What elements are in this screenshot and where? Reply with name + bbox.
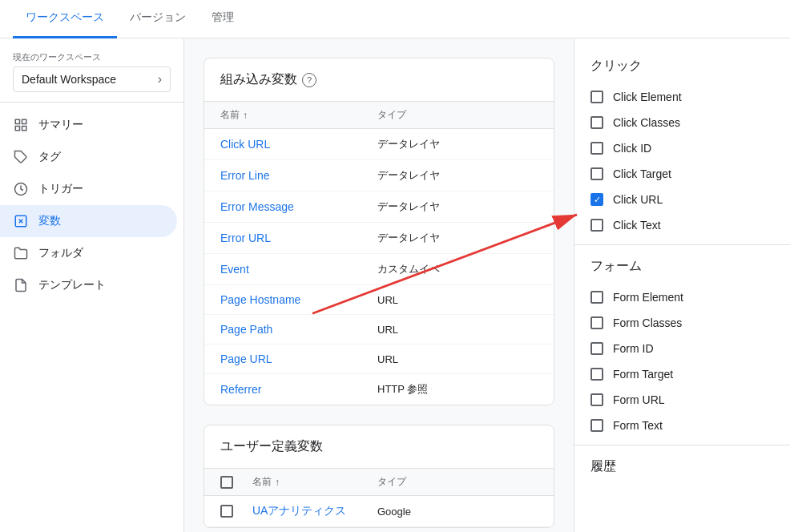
type-column-header: タイプ	[377, 108, 538, 122]
select-all-checkbox[interactable]	[220, 476, 233, 489]
click-section-title: クリック	[574, 51, 790, 84]
workspace-name: Default Workspace	[22, 73, 116, 86]
svg-rect-2	[15, 127, 19, 131]
panel-item-click-text[interactable]: Click Text	[574, 212, 790, 238]
form-element-label: Form Element	[613, 291, 683, 304]
variable-link[interactable]: Page Hostname	[220, 293, 377, 306]
sidebar-item-variables[interactable]: 変数	[0, 205, 177, 237]
top-navigation: ワークスペース バージョン 管理	[0, 0, 790, 38]
sidebar-item-label: トリガー	[38, 182, 83, 196]
panel-item-form-text[interactable]: Form Text	[574, 413, 790, 438]
panel-item-click-id[interactable]: Click ID	[574, 135, 790, 161]
panel-item-form-url[interactable]: Form URL	[574, 387, 790, 413]
variable-link[interactable]: Error Line	[220, 169, 377, 182]
variable-type: データレイヤ	[377, 200, 538, 214]
sidebar-item-label: サマリー	[38, 118, 83, 132]
variable-type: データレイヤ	[377, 137, 538, 151]
svg-rect-3	[22, 127, 26, 131]
click-classes-checkbox[interactable]	[590, 116, 603, 129]
panel-item-form-target[interactable]: Form Target	[574, 361, 790, 387]
tab-workspace[interactable]: ワークスペース	[13, 0, 117, 38]
tab-version[interactable]: バージョン	[117, 0, 199, 38]
form-target-label: Form Target	[613, 368, 673, 381]
variable-type: URL	[377, 353, 538, 365]
variable-link[interactable]: Referrer	[220, 383, 377, 396]
table-row: Page Path URL	[204, 315, 554, 345]
variable-link[interactable]: Page Path	[220, 323, 377, 336]
sidebar-item-tags[interactable]: タグ	[0, 141, 177, 173]
sort-arrow-icon: ↑	[243, 110, 248, 121]
panel-item-form-element[interactable]: Form Element	[574, 284, 790, 310]
variable-type: URL	[377, 324, 538, 336]
help-icon[interactable]: ?	[302, 73, 316, 87]
variable-link[interactable]: UAアナリティクス	[252, 504, 377, 518]
click-text-checkbox[interactable]	[590, 219, 603, 232]
history-section-title: 履歴	[574, 452, 790, 485]
tab-admin[interactable]: 管理	[199, 0, 247, 38]
panel-divider	[574, 244, 790, 245]
click-url-label: Click URL	[613, 193, 663, 206]
form-id-label: Form ID	[613, 342, 654, 355]
table-row: Page Hostname URL	[204, 285, 554, 315]
variable-icon	[13, 213, 29, 229]
user-variables-title: ユーザー定義変数	[220, 438, 323, 455]
variable-type: カスタムイベ	[377, 262, 538, 276]
form-url-checkbox[interactable]	[590, 393, 603, 406]
sidebar-item-triggers[interactable]: トリガー	[0, 173, 177, 205]
form-text-checkbox[interactable]	[590, 419, 603, 432]
panel-item-click-classes[interactable]: Click Classes	[574, 110, 790, 135]
table-row: Referrer HTTP 参照	[204, 374, 554, 405]
sidebar-item-templates[interactable]: テンプレート	[0, 269, 177, 301]
variable-link[interactable]: Error Message	[220, 200, 377, 213]
name-column-header: 名前 ↑	[220, 108, 377, 122]
main-layout: 現在のワークスペース Default Workspace › サマリー タグ ト…	[0, 38, 790, 532]
form-element-checkbox[interactable]	[590, 291, 603, 304]
form-target-checkbox[interactable]	[590, 368, 603, 381]
user-table-header: 名前 ↑ タイプ	[204, 469, 554, 496]
variable-link[interactable]: Click URL	[220, 138, 377, 151]
click-url-checkbox[interactable]	[590, 193, 603, 206]
table-row: UAアナリティクス Google	[204, 496, 554, 527]
type-column-header: タイプ	[377, 475, 538, 489]
workspace-selector[interactable]: Default Workspace ›	[13, 66, 171, 92]
form-classes-label: Form Classes	[613, 316, 682, 329]
table-row: Error Message データレイヤ	[204, 191, 554, 223]
panel-item-click-target[interactable]: Click Target	[574, 161, 790, 187]
content-area: 組み込み変数 ? 名前 ↑ タイプ Click URL データレイヤ Error	[184, 38, 574, 532]
form-url-label: Form URL	[613, 393, 665, 406]
click-element-label: Click Element	[613, 91, 682, 103]
form-text-label: Form Text	[613, 419, 663, 432]
panel-item-form-classes[interactable]: Form Classes	[574, 310, 790, 336]
chevron-right-icon: ›	[158, 72, 162, 87]
sidebar-item-folders[interactable]: フォルダ	[0, 237, 177, 269]
click-id-checkbox[interactable]	[590, 142, 603, 155]
table-row: Event カスタムイベ	[204, 254, 554, 285]
sidebar-item-label: 変数	[38, 214, 61, 228]
panel-item-click-url[interactable]: Click URL	[574, 187, 790, 212]
folder-icon	[13, 245, 29, 261]
click-element-checkbox[interactable]	[590, 91, 603, 103]
right-panel: クリック Click Element Click Classes Click I…	[574, 38, 790, 532]
svg-rect-0	[15, 119, 19, 123]
user-variables-header: ユーザー定義変数	[204, 425, 554, 469]
panel-item-form-id[interactable]: Form ID	[574, 336, 790, 361]
name-column-header: 名前 ↑	[252, 475, 377, 489]
variable-link[interactable]: Error URL	[220, 232, 377, 244]
click-classes-label: Click Classes	[613, 116, 680, 129]
form-id-checkbox[interactable]	[590, 342, 603, 355]
summary-icon	[13, 117, 29, 133]
panel-item-click-element[interactable]: Click Element	[574, 84, 790, 110]
workspace-label: 現在のワークスペース	[13, 51, 171, 63]
svg-rect-1	[22, 119, 26, 123]
variable-link[interactable]: Page URL	[220, 353, 377, 365]
row-checkbox[interactable]	[220, 505, 233, 518]
user-variables-card: ユーザー定義変数 名前 ↑ タイプ UAアナリティクス Google	[204, 425, 554, 528]
click-target-checkbox[interactable]	[590, 167, 603, 180]
variable-link[interactable]: Event	[220, 263, 377, 276]
template-icon	[13, 277, 29, 293]
variable-type: データレイヤ	[377, 168, 538, 183]
checkbox-column-header	[220, 475, 252, 489]
sidebar-item-summary[interactable]: サマリー	[0, 109, 177, 141]
form-classes-checkbox[interactable]	[590, 316, 603, 329]
table-row: Error Line データレイヤ	[204, 160, 554, 191]
